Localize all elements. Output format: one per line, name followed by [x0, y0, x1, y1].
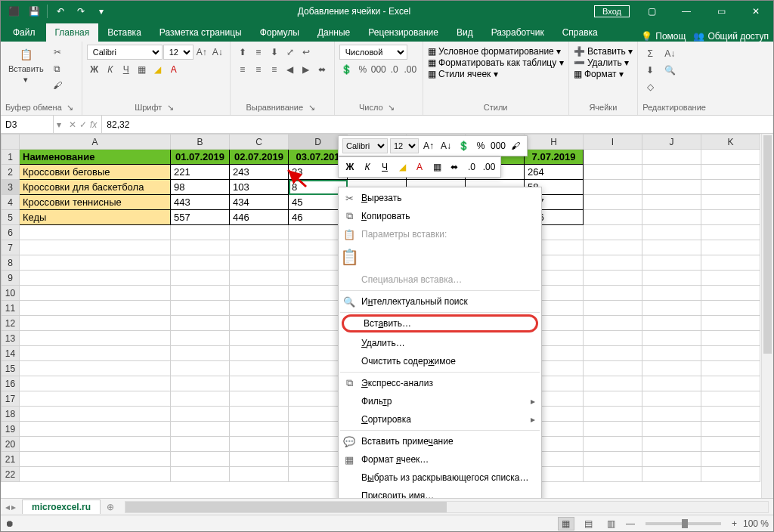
decrease-indent-icon[interactable]: ◀ — [283, 62, 298, 77]
tab-file[interactable]: Файл — [2, 23, 46, 42]
col-header[interactable]: A — [20, 135, 171, 150]
row-header[interactable]: 5 — [2, 210, 20, 225]
data-cell[interactable]: 221 — [171, 165, 230, 180]
orientation-icon[interactable]: ⤢ — [283, 45, 298, 60]
underline-icon[interactable]: Ч — [119, 62, 134, 77]
ctx-filter[interactable]: Фильтр▸ — [339, 392, 541, 410]
row-header[interactable]: 19 — [2, 422, 20, 437]
fx-icon[interactable]: fx — [90, 119, 97, 130]
mini-increase-font-icon[interactable]: A↑ — [421, 138, 436, 153]
namebox-dropdown-icon[interactable]: ▾ — [54, 119, 64, 130]
increase-decimal-icon[interactable]: .0 — [387, 62, 402, 77]
mini-accounting-icon[interactable]: 💲 — [456, 138, 471, 153]
col-header[interactable]: C — [230, 135, 289, 150]
record-macro-icon[interactable]: ⏺ — [5, 518, 14, 529]
align-center-icon[interactable]: ≡ — [251, 62, 266, 77]
data-cell[interactable]: 98 — [171, 180, 230, 195]
ctx-format-cells[interactable]: ▦Формат ячеек… — [339, 450, 541, 469]
zoom-level[interactable]: 100 % — [743, 518, 769, 529]
header-cell[interactable]: 7.07.2019 — [525, 150, 584, 165]
share-button[interactable]: 👥 Общий доступ — [693, 31, 769, 42]
cancel-formula-icon[interactable]: ✕ — [69, 119, 76, 130]
data-cell[interactable]: 264 — [525, 165, 584, 180]
tab-review[interactable]: Рецензирование — [359, 23, 447, 42]
ctx-pick-list[interactable]: Выбрать из раскрывающегося списка… — [339, 469, 541, 487]
cut-icon[interactable]: ✂ — [50, 45, 65, 60]
row-header[interactable]: 6 — [2, 225, 20, 240]
merge-icon[interactable]: ⬌ — [314, 62, 330, 77]
fill-color-icon[interactable]: ◢ — [150, 62, 166, 77]
comma-icon[interactable]: 000 — [371, 62, 386, 77]
row-header[interactable]: 18 — [2, 407, 20, 422]
align-middle-icon[interactable]: ≡ — [251, 45, 266, 60]
copy-icon[interactable]: ⧉ — [50, 61, 65, 76]
ctx-copy[interactable]: ⧉Копировать — [339, 207, 541, 225]
cells-format-button[interactable]: ▦ Формат ▾ — [574, 69, 624, 79]
row-header[interactable]: 17 — [2, 391, 20, 407]
enter-formula-icon[interactable]: ✓ — [79, 119, 87, 130]
name-cell[interactable]: Кеды — [20, 210, 171, 225]
data-cell[interactable]: 103 — [230, 180, 289, 195]
row-header[interactable]: 2 — [2, 165, 20, 180]
mini-bold-icon[interactable]: Ж — [342, 159, 358, 175]
clear-icon[interactable]: ◇ — [642, 79, 658, 94]
sheet-nav-last-icon[interactable]: ▸ — [11, 502, 16, 512]
data-cell[interactable]: 557 — [171, 210, 230, 225]
font-size-select[interactable]: 12 — [163, 45, 194, 60]
ctx-comment[interactable]: 💬Вставить примечание — [339, 432, 541, 450]
tab-formulas[interactable]: Формулы — [251, 23, 308, 42]
autosave-toggle[interactable]: ⬛ — [4, 2, 23, 20]
align-left-icon[interactable]: ≡ — [235, 62, 250, 77]
col-header[interactable]: J — [642, 135, 701, 150]
bold-icon[interactable]: Ж — [87, 62, 102, 77]
col-header[interactable]: K — [701, 135, 760, 150]
tab-home[interactable]: Главная — [46, 23, 99, 42]
data-cell[interactable]: 434 — [230, 195, 289, 210]
mini-fill-icon[interactable]: ◢ — [395, 159, 410, 175]
zoom-out-icon[interactable]: — — [626, 518, 635, 529]
tab-view[interactable]: Вид — [447, 23, 482, 42]
row-header[interactable]: 14 — [2, 346, 20, 361]
maximize-icon[interactable]: ▭ — [704, 1, 738, 22]
mini-comma-icon[interactable]: 000 — [491, 138, 506, 153]
borders-icon[interactable]: ▦ — [135, 62, 150, 77]
row-header[interactable]: 11 — [2, 301, 20, 316]
percent-icon[interactable]: % — [355, 62, 370, 77]
col-header[interactable]: I — [584, 135, 642, 150]
ctx-sort[interactable]: Сортировка▸ — [339, 410, 541, 428]
save-icon[interactable]: 💾 — [24, 2, 44, 20]
ctx-quick-analysis[interactable]: ⧉Экспресс-анализ — [339, 374, 541, 392]
mini-size-select[interactable]: 12 — [390, 138, 419, 153]
minimize-icon[interactable]: — — [669, 1, 704, 22]
col-header[interactable]: B — [171, 135, 230, 150]
row-header[interactable]: 7 — [2, 240, 20, 255]
col-header[interactable]: H — [525, 135, 584, 150]
increase-indent-icon[interactable]: ▶ — [299, 62, 314, 77]
data-cell[interactable]: 443 — [171, 195, 230, 210]
font-color-icon[interactable]: A — [166, 62, 181, 77]
zoom-slider[interactable] — [646, 522, 721, 525]
horizontal-scrollbar[interactable] — [125, 501, 769, 513]
select-all-corner[interactable] — [2, 135, 20, 150]
cell-styles-button[interactable]: ▦ Стили ячеек ▾ — [428, 69, 498, 79]
zoom-in-icon[interactable]: + — [732, 518, 737, 529]
sheet-tab[interactable]: microexcel.ru — [22, 500, 101, 514]
align-bottom-icon[interactable]: ⬇ — [267, 45, 282, 60]
row-header[interactable]: 3 — [2, 180, 20, 195]
close-icon[interactable]: ✕ — [738, 1, 773, 22]
mini-inc-icon[interactable]: .00 — [481, 159, 497, 175]
increase-font-icon[interactable]: A↑ — [194, 45, 209, 60]
ribbon-display-icon[interactable]: ▢ — [634, 1, 669, 22]
ctx-smart-lookup[interactable]: 🔍Интеллектуальный поиск — [339, 292, 541, 311]
row-header[interactable]: 12 — [2, 316, 20, 331]
mini-dec-icon[interactable]: .0 — [464, 159, 479, 175]
row-header[interactable]: 1 — [2, 150, 20, 165]
name-cell[interactable]: Кроссовки беговые — [20, 165, 171, 180]
find-select-icon[interactable]: 🔍 — [662, 63, 677, 78]
italic-icon[interactable]: К — [103, 62, 118, 77]
header-cell[interactable]: 01.07.2019 — [171, 150, 230, 165]
view-normal-icon[interactable]: ▦ — [558, 517, 574, 530]
format-as-table-button[interactable]: ▦ Форматировать как таблицу ▾ — [428, 57, 564, 68]
fill-icon[interactable]: ⬇ — [642, 63, 658, 78]
worksheet-grid[interactable]: ABCDHIJK1Наименование01.07.201902.07.201… — [1, 134, 773, 498]
